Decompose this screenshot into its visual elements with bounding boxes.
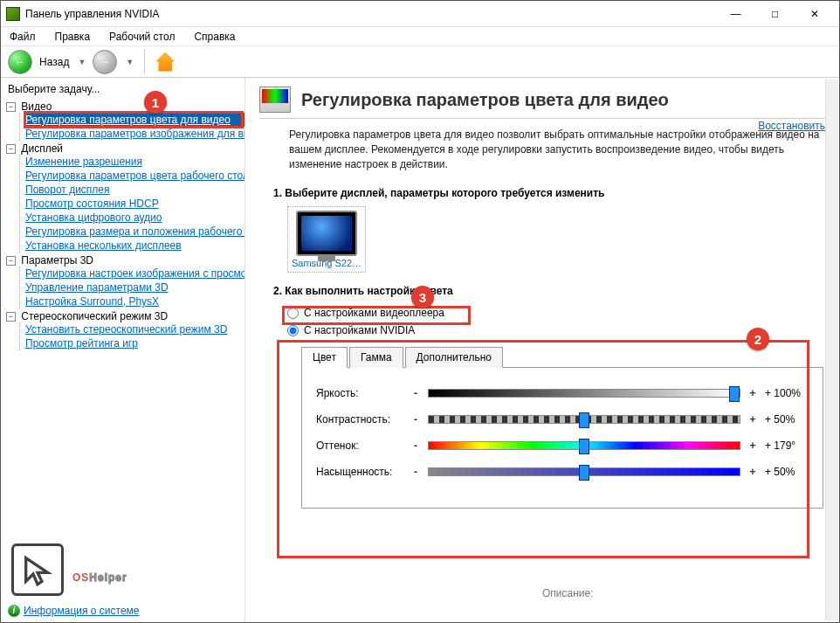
hue-dec[interactable]: - bbox=[410, 440, 421, 452]
brightness-slider[interactable] bbox=[428, 389, 740, 398]
tab-gamma[interactable]: Гамма bbox=[349, 347, 403, 368]
forward-dropdown-icon[interactable]: ▼ bbox=[126, 58, 134, 66]
system-info-link[interactable]: i Информация о системе bbox=[8, 605, 139, 617]
contrast-value: + 50% bbox=[765, 413, 809, 426]
tree-video-label: Видео bbox=[21, 100, 52, 113]
brightness-inc[interactable]: + bbox=[747, 387, 758, 399]
hue-label: Оттенок: bbox=[316, 440, 403, 452]
sidebar-item-hdcp[interactable]: Просмотр состояния HDCP bbox=[24, 197, 244, 211]
sidebar: Выберите задачу... − Видео Регулировка п… bbox=[1, 78, 245, 622]
restore-defaults-link[interactable]: Восстановить bbox=[758, 120, 825, 132]
sidebar-item-size-position[interactable]: Регулировка размера и положения рабочего… bbox=[24, 225, 244, 239]
close-button[interactable]: ✕ bbox=[795, 2, 834, 26]
tab-body: Яркость: - + + 100% Контрастность: - + +… bbox=[301, 368, 823, 509]
sidebar-item-video-color[interactable]: Регулировка параметров цвета для видео bbox=[24, 113, 244, 127]
tree-toggle-display[interactable]: − bbox=[6, 144, 16, 154]
page-description: Регулировка параметров цвета для видео п… bbox=[245, 128, 839, 171]
contrast-thumb[interactable] bbox=[579, 412, 589, 428]
tree-toggle-stereo[interactable]: − bbox=[6, 312, 16, 322]
radio-player-label[interactable]: С настройками видеоплеера bbox=[304, 307, 444, 319]
tab-color[interactable]: Цвет bbox=[301, 347, 348, 368]
saturation-slider[interactable] bbox=[428, 467, 740, 476]
system-info-label: Информация о системе bbox=[24, 605, 139, 617]
sidebar-item-desktop-color[interactable]: Регулировка параметров цвета рабочего ст… bbox=[24, 169, 244, 183]
task-header: Выберите задачу... bbox=[1, 81, 244, 99]
title-divider bbox=[259, 118, 825, 119]
sidebar-item-3d-image[interactable]: Регулировка настроек изображения с просм… bbox=[24, 267, 244, 280]
contrast-slider[interactable] bbox=[428, 415, 740, 424]
description-label: Описание: bbox=[542, 587, 594, 599]
sidebar-item-rotate[interactable]: Поворот дисплея bbox=[24, 183, 244, 197]
sidebar-item-surround[interactable]: Настройка Surround, PhysX bbox=[24, 294, 244, 308]
toolbar-divider bbox=[144, 50, 145, 74]
sidebar-item-video-image[interactable]: Регулировка параметров изображения для в… bbox=[24, 127, 244, 141]
menu-desktop[interactable]: Рабочий стол bbox=[106, 29, 178, 45]
contrast-inc[interactable]: + bbox=[747, 413, 758, 426]
sidebar-item-game-rating[interactable]: Просмотр рейтинга игр bbox=[24, 336, 244, 350]
menu-file[interactable]: Файл bbox=[6, 29, 39, 45]
display-thumb[interactable]: Samsung S22… bbox=[287, 206, 366, 273]
sidebar-item-3d-manage[interactable]: Управление параметрами 3D bbox=[24, 280, 244, 294]
hue-slider[interactable] bbox=[428, 441, 740, 450]
scrollbar[interactable] bbox=[825, 80, 838, 620]
content: Регулировка параметров цвета для видео В… bbox=[245, 78, 839, 622]
back-label: Назад bbox=[39, 56, 69, 68]
back-button[interactable]: ← bbox=[8, 50, 32, 74]
brightness-dec[interactable]: - bbox=[410, 387, 421, 399]
saturation-label: Насыщенность: bbox=[316, 466, 403, 478]
brightness-value: + 100% bbox=[765, 387, 809, 399]
contrast-label: Контрастность: bbox=[316, 413, 403, 426]
tree-3d-label: Параметры 3D bbox=[21, 254, 93, 267]
sidebar-item-digital-audio[interactable]: Установка цифрового аудио bbox=[24, 211, 244, 225]
hue-value: + 179° bbox=[765, 440, 809, 452]
titlebar: Панель управления NVIDIA — □ ✕ bbox=[1, 1, 839, 27]
minimize-button[interactable]: — bbox=[716, 2, 755, 26]
sidebar-item-resolution[interactable]: Изменение разрешения bbox=[24, 155, 244, 169]
info-icon: i bbox=[8, 605, 20, 617]
section1-header: 1. Выберите дисплей, параметры которого … bbox=[273, 187, 823, 199]
tree-toggle-3d[interactable]: − bbox=[6, 256, 16, 266]
monitor-icon bbox=[296, 211, 357, 256]
tree-toggle-video[interactable]: − bbox=[6, 102, 16, 112]
tree-stereo-label: Стереоскопический режим 3D bbox=[21, 310, 168, 322]
brightness-thumb[interactable] bbox=[729, 386, 740, 402]
radio-nvidia[interactable] bbox=[287, 325, 299, 336]
contrast-dec[interactable]: - bbox=[410, 413, 421, 426]
radio-player[interactable] bbox=[287, 308, 299, 319]
nvidia-icon bbox=[6, 7, 20, 21]
saturation-dec[interactable]: - bbox=[410, 466, 421, 478]
menubar: Файл Правка Рабочий стол Справка bbox=[1, 27, 839, 46]
saturation-thumb[interactable] bbox=[579, 465, 589, 481]
maximize-button[interactable]: □ bbox=[755, 2, 795, 26]
home-icon[interactable] bbox=[155, 52, 175, 72]
forward-button[interactable]: → bbox=[93, 50, 117, 74]
menu-help[interactable]: Справка bbox=[190, 29, 238, 45]
tab-strip: Цвет Гамма Дополнительно bbox=[301, 346, 823, 368]
page-icon bbox=[259, 87, 291, 113]
task-tree: − Видео Регулировка параметров цвета для… bbox=[1, 100, 244, 350]
sidebar-item-multi-display[interactable]: Установка нескольких дисплеев bbox=[24, 239, 244, 253]
sidebar-item-stereo-setup[interactable]: Установить стереоскопический режим 3D bbox=[24, 322, 244, 336]
section2-header: 2. Как выполнить настройку цвета bbox=[273, 285, 823, 297]
toolbar: ← Назад ▼ → ▼ bbox=[1, 46, 839, 78]
back-dropdown-icon[interactable]: ▼ bbox=[78, 58, 86, 66]
tree-display-label: Дисплей bbox=[21, 142, 63, 155]
window-title: Панель управления NVIDIA bbox=[25, 8, 716, 20]
hue-inc[interactable]: + bbox=[747, 440, 758, 452]
menu-edit[interactable]: Правка bbox=[52, 29, 94, 45]
page-title: Регулировка параметров цвета для видео bbox=[301, 90, 669, 110]
radio-nvidia-label[interactable]: С настройками NVIDIA bbox=[304, 324, 415, 336]
tab-extra[interactable]: Дополнительно bbox=[405, 347, 503, 368]
saturation-value: + 50% bbox=[765, 466, 809, 478]
brightness-label: Яркость: bbox=[316, 387, 403, 399]
hue-thumb[interactable] bbox=[579, 439, 589, 454]
saturation-inc[interactable]: + bbox=[747, 466, 758, 478]
